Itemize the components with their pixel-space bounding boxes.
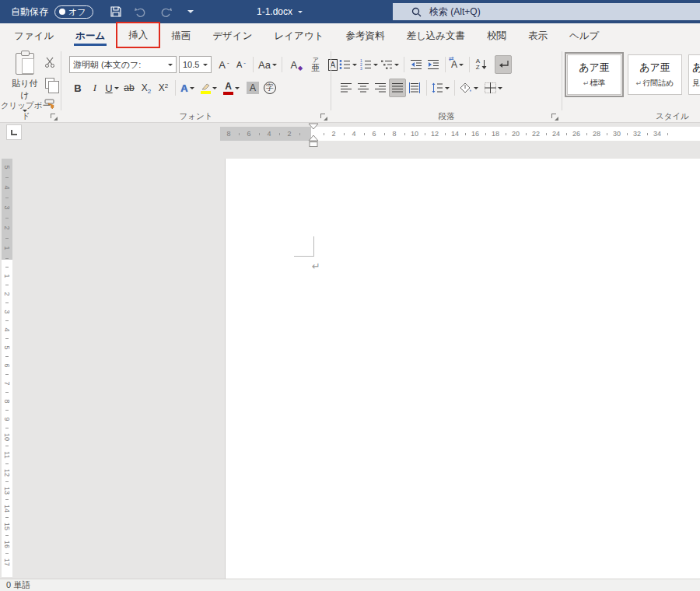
first-line-indent-marker[interactable] [308,123,319,130]
align-left-button[interactable] [338,79,355,97]
tab-home[interactable]: ホーム [65,23,116,48]
style-no-spacing[interactable]: あア亜 ↵行間詰め [628,54,682,95]
search-box[interactable]: 検索 (Alt+Q) [393,3,700,20]
distribute-button[interactable] [406,79,423,97]
tab-file[interactable]: ファイル [3,23,65,48]
ruler-tick [5,177,9,178]
tab-stop-selector[interactable] [6,124,22,140]
chevron-down-icon [114,87,119,89]
font-dialog-launcher[interactable] [320,113,327,121]
paragraph-dialog-launcher[interactable] [551,113,558,121]
distribute-icon [409,82,421,93]
chevron-down-icon [474,87,478,89]
chevron-down-icon [373,64,378,66]
quick-access-chevron[interactable] [180,3,201,20]
cut-button[interactable] [41,53,58,72]
underline-button[interactable]: U [103,79,121,97]
shading-button[interactable] [458,79,480,97]
strikethrough-button[interactable]: ab [121,79,138,97]
subscript-button[interactable]: X2 [138,79,155,97]
clipboard-group: 貼り付け クリップボード [0,48,61,123]
align-right-icon [375,82,387,93]
scissors-icon [44,57,55,68]
divider [445,57,446,72]
font-name-combo[interactable]: 游明朝 (本文のフ: [69,56,177,73]
clear-formatting-button[interactable]: A [285,55,303,74]
justify-button[interactable] [389,79,406,97]
align-center-button[interactable] [355,79,372,97]
increase-indent-button[interactable] [425,55,442,74]
undo-button[interactable] [131,3,151,20]
save-button[interactable] [106,3,126,20]
clipboard-dialog-launcher[interactable] [50,113,58,121]
status-bar: 0 単語 [0,579,700,591]
ruler-tick [5,267,9,268]
divider [469,57,470,72]
tab-insert[interactable]: 挿入 [116,22,160,48]
superscript-button[interactable]: X2 [155,79,172,97]
tab-draw[interactable]: 描画 [160,23,201,48]
tab-references[interactable]: 参考資料 [334,23,395,48]
ruler-number: 6 [372,127,376,141]
align-left-icon [341,82,352,93]
paragraph-marks-icon [497,59,509,70]
line-spacing-icon [432,82,443,93]
ribbon: 貼り付け クリップボード 游明朝 (本文のフ: [0,48,700,123]
undo-icon [135,5,147,18]
ruler-number: 17 [3,557,11,568]
tab-view[interactable]: 表示 [517,23,558,48]
font-color-button[interactable]: A [222,79,241,97]
hanging-indent-marker[interactable] [308,135,319,148]
bold-button[interactable]: B [69,79,86,97]
copy-button[interactable] [41,74,58,93]
ruler-tick [259,133,260,135]
style-heading-partial[interactable]: あ 見 [688,54,700,95]
character-shading-button[interactable]: A [244,79,261,97]
align-right-button[interactable] [372,79,389,97]
h-ruler[interactable]: 8642246810121416182022242628303234 [220,127,700,141]
ruler-number: 7 [3,378,11,389]
change-case-button[interactable]: Aa [257,55,278,74]
multilevel-list-button[interactable] [380,55,401,74]
ruler-tick [5,218,9,219]
grow-font-button[interactable]: Aˆ [215,55,233,74]
svg-text:3: 3 [360,66,362,70]
phonetic-guide-button[interactable]: ア亜 [307,55,324,74]
ruler-number: 28 [593,127,600,141]
style-preview: あ [692,61,700,75]
ruler-number: 6 [3,360,11,371]
word-count[interactable]: 0 単語 [6,579,30,591]
redo-button[interactable] [156,3,176,20]
tab-design[interactable]: デザイン [201,23,263,48]
enclose-circle-button[interactable]: 字 [261,79,278,97]
document-page[interactable]: ↵ [226,159,700,579]
document-title[interactable]: 1-1.docx [257,0,303,23]
bullets-button[interactable] [338,55,359,74]
asian-layout-button[interactable]: A⇄ [449,55,466,74]
chevron-down-icon [212,87,217,89]
ruler-tick [299,133,300,135]
line-spacing-button[interactable] [430,79,451,97]
shrink-font-button[interactable]: Aˇ [233,55,250,74]
ruler-tick [485,133,486,135]
italic-button[interactable]: I [86,79,103,97]
font-size-combo[interactable]: 10.5 [179,56,212,73]
autosave-toggle[interactable]: オフ [54,5,93,19]
tab-help[interactable]: ヘルプ [558,23,610,48]
ruler-tick [5,481,9,482]
tab-review[interactable]: 校閲 [476,23,517,48]
v-ruler[interactable]: 543211234567891011121314151617 [2,159,12,577]
paragraph-mark-icon: ↵ [636,79,642,87]
text-highlight-button[interactable] [199,79,219,97]
text-effects-button[interactable]: A [179,79,196,97]
show-marks-toggle[interactable] [495,55,512,74]
sort-button[interactable]: AZ [473,55,490,74]
tab-layout[interactable]: レイアウト [263,23,334,48]
style-normal[interactable]: あア亜 ↵標準 [567,54,621,95]
numbering-button[interactable]: 123 [359,55,380,74]
ruler-number: 10 [411,127,418,141]
tab-mailings[interactable]: 差し込み文書 [395,23,476,48]
decrease-indent-button[interactable] [408,55,425,74]
divider [454,80,455,96]
borders-button[interactable] [483,79,504,97]
